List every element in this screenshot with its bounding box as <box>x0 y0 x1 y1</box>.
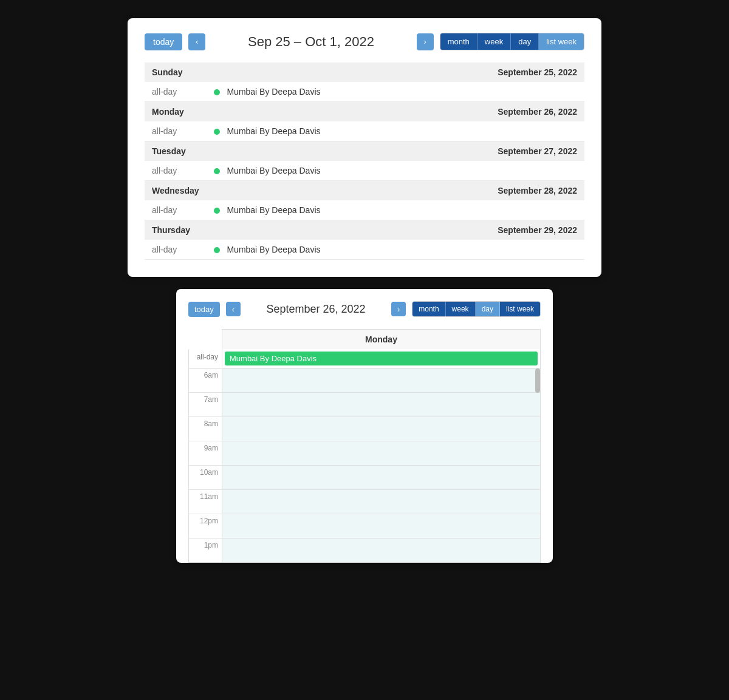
time-row: 12pm <box>189 514 540 539</box>
time-row: 11am <box>189 490 540 514</box>
allday-event-cell: Mumbai By Deepa Davis <box>222 349 540 368</box>
top-view-buttons: month week day list week <box>440 33 584 50</box>
time-slot[interactable] <box>222 393 540 416</box>
event-title: Mumbai By Deepa Davis <box>227 245 320 254</box>
event-time: all-day <box>145 121 207 141</box>
time-label: 6am <box>189 369 222 392</box>
event-dot <box>214 89 220 95</box>
event-time: all-day <box>145 82 207 102</box>
event-title: Mumbai By Deepa Davis <box>227 166 320 175</box>
time-label: 8am <box>189 417 222 441</box>
day-column-header: Monday <box>222 329 541 349</box>
day-name: Wednesday <box>145 181 207 201</box>
event-row: all-day Mumbai By Deepa Davis <box>145 82 584 102</box>
event-dot <box>214 168 220 174</box>
time-slot[interactable] <box>222 490 540 514</box>
event-details[interactable]: Mumbai By Deepa Davis <box>207 121 584 141</box>
event-row: all-day Mumbai By Deepa Davis <box>145 200 584 220</box>
day-header-row: Thursday September 29, 2022 <box>145 220 584 240</box>
top-calendar-title: Sep 25 – Oct 1, 2022 <box>211 34 410 50</box>
day-name: Sunday <box>145 63 207 82</box>
time-slot[interactable] <box>222 441 540 465</box>
bottom-view-listweek[interactable]: list week <box>500 302 540 316</box>
top-today-button[interactable]: today <box>145 33 182 50</box>
time-row: 8am <box>189 417 540 441</box>
day-name: Tuesday <box>145 141 207 161</box>
scrollbar[interactable] <box>535 369 540 393</box>
day-date: September 28, 2022 <box>207 181 584 201</box>
allday-label: all-day <box>189 349 222 368</box>
bottom-today-button[interactable]: today <box>188 302 220 317</box>
day-date: September 29, 2022 <box>207 220 584 240</box>
time-row: 9am <box>189 441 540 466</box>
event-details[interactable]: Mumbai By Deepa Davis <box>207 82 584 102</box>
time-label: 12pm <box>189 514 222 538</box>
time-label: 11am <box>189 490 222 514</box>
event-row: all-day Mumbai By Deepa Davis <box>145 121 584 141</box>
time-slot[interactable] <box>222 466 540 489</box>
time-row: 10am <box>189 466 540 490</box>
event-time: all-day <box>145 161 207 181</box>
time-row: 7am <box>189 393 540 417</box>
top-prev-button[interactable]: ‹ <box>188 33 205 50</box>
time-grid: 6am 7am 8am 9am 10am 11am 12pm 1pm <box>188 369 541 563</box>
event-title: Mumbai By Deepa Davis <box>227 87 320 97</box>
time-col-spacer <box>188 329 222 349</box>
allday-row: all-day Mumbai By Deepa Davis <box>188 349 541 369</box>
time-slot[interactable] <box>222 417 540 441</box>
time-slot[interactable] <box>222 514 540 538</box>
event-time: all-day <box>145 200 207 220</box>
day-date: September 26, 2022 <box>207 102 584 122</box>
allday-event-bar[interactable]: Mumbai By Deepa Davis <box>225 352 538 365</box>
bottom-view-day[interactable]: day <box>476 302 500 316</box>
bottom-calendar-panel: today ‹ September 26, 2022 › month week … <box>176 289 553 563</box>
top-calendar-panel: today ‹ Sep 25 – Oct 1, 2022 › month wee… <box>128 18 601 277</box>
time-label: 1pm <box>189 539 222 562</box>
bottom-next-button[interactable]: › <box>391 302 406 316</box>
time-slot[interactable] <box>222 369 540 392</box>
event-details[interactable]: Mumbai By Deepa Davis <box>207 200 584 220</box>
day-header-row: Sunday September 25, 2022 <box>145 63 584 82</box>
bottom-prev-button[interactable]: ‹ <box>226 302 241 316</box>
day-date: September 25, 2022 <box>207 63 584 82</box>
event-row: all-day Mumbai By Deepa Davis <box>145 161 584 181</box>
time-slot[interactable] <box>222 539 540 562</box>
event-details[interactable]: Mumbai By Deepa Davis <box>207 161 584 181</box>
bottom-calendar-title: September 26, 2022 <box>247 303 385 316</box>
time-label: 7am <box>189 393 222 416</box>
top-next-button[interactable]: › <box>417 33 434 50</box>
bottom-view-week[interactable]: week <box>446 302 476 316</box>
time-label: 9am <box>189 441 222 465</box>
event-row: all-day Mumbai By Deepa Davis <box>145 240 584 260</box>
bottom-view-month[interactable]: month <box>412 302 445 316</box>
day-header-row: Wednesday September 28, 2022 <box>145 181 584 201</box>
top-calendar-list: Sunday September 25, 2022all-day Mumbai … <box>145 63 584 260</box>
day-date: September 27, 2022 <box>207 141 584 161</box>
day-header-row: Tuesday September 27, 2022 <box>145 141 584 161</box>
top-view-listweek[interactable]: list week <box>539 33 584 50</box>
day-name: Thursday <box>145 220 207 240</box>
bottom-toolbar: today ‹ September 26, 2022 › month week … <box>188 301 541 317</box>
time-label: 10am <box>189 466 222 489</box>
event-dot <box>214 247 220 253</box>
event-dot <box>214 208 220 214</box>
event-title: Mumbai By Deepa Davis <box>227 126 320 136</box>
event-title: Mumbai By Deepa Davis <box>227 205 320 215</box>
event-dot <box>214 129 220 135</box>
event-details[interactable]: Mumbai By Deepa Davis <box>207 240 584 260</box>
top-view-month[interactable]: month <box>440 33 477 50</box>
top-toolbar: today ‹ Sep 25 – Oct 1, 2022 › month wee… <box>145 33 584 50</box>
event-time: all-day <box>145 240 207 260</box>
bottom-view-buttons: month week day list week <box>412 301 541 317</box>
top-view-week[interactable]: week <box>477 33 511 50</box>
day-name: Monday <box>145 102 207 122</box>
day-header-row: Monday September 26, 2022 <box>145 102 584 122</box>
time-row: 6am <box>189 369 540 393</box>
day-view-header: Monday <box>188 329 541 349</box>
top-view-day[interactable]: day <box>511 33 539 50</box>
time-row: 1pm <box>189 539 540 563</box>
